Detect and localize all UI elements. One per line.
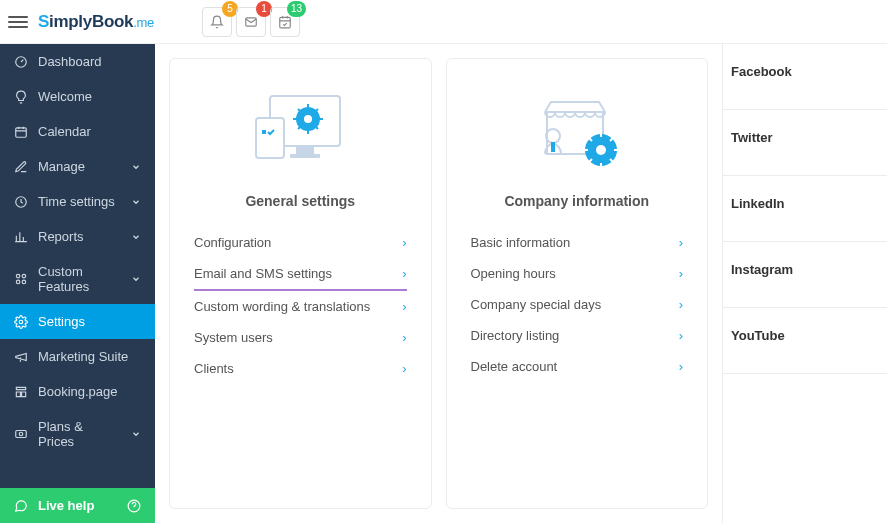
svg-rect-1 [280,17,291,27]
chevron-right-icon: › [679,235,683,250]
svg-point-19 [304,115,312,123]
link-label: Company special days [471,297,602,312]
sidebar-item-plans[interactable]: Plans & Prices [0,409,155,459]
social-linkedin[interactable]: LinkedIn [723,176,887,242]
nav-label: Manage [38,159,85,174]
company-info-illustration [517,79,637,179]
chevron-right-icon: › [679,359,683,374]
sidebar-item-manage[interactable]: Manage [0,149,155,184]
svg-point-8 [22,280,26,284]
chevron-right-icon: › [402,299,406,314]
link-directory-listing[interactable]: Directory listing › [471,320,684,351]
link-delete-account[interactable]: Delete account › [471,351,684,382]
link-clients[interactable]: Clients › [194,353,407,384]
svg-rect-17 [262,130,266,134]
gear-icon [14,315,28,329]
link-email-sms-settings[interactable]: Email and SMS settings › [194,258,407,291]
link-label: Custom wording & translations [194,299,370,314]
sidebar-item-booking-page[interactable]: Booking.page [0,374,155,409]
barchart-icon [14,230,28,244]
nav-label: Dashboard [38,54,102,69]
brand-logo[interactable]: SimplyBook.me [38,12,154,32]
chevron-right-icon: › [402,235,406,250]
dashboard-icon [14,55,28,69]
svg-point-11 [19,432,23,436]
chevron-down-icon [131,274,141,284]
mail-icon [244,15,258,29]
card-general-settings: General settings Configuration › Email a… [169,58,432,509]
sidebar-item-reports[interactable]: Reports [0,219,155,254]
chevron-right-icon: › [402,266,406,281]
link-label: Clients [194,361,234,376]
calendar-check-icon [278,15,292,29]
svg-point-24 [596,145,606,155]
chevron-down-icon [131,162,141,172]
chevron-right-icon: › [679,328,683,343]
nav-label: Booking.page [38,384,118,399]
sidebar-item-welcome[interactable]: Welcome [0,79,155,114]
sidebar-item-calendar[interactable]: Calendar [0,114,155,149]
page-icon [14,385,28,399]
svg-rect-10 [16,431,27,438]
link-label: Configuration [194,235,271,250]
link-company-special-days[interactable]: Company special days › [471,289,684,320]
tasks-button[interactable]: 13 [270,7,300,37]
social-instagram[interactable]: Instagram [723,242,887,308]
social-column: Facebook Twitter LinkedIn Instagram YouT… [722,44,887,523]
social-twitter[interactable]: Twitter [723,110,887,176]
sidebar-item-custom-features[interactable]: Custom Features [0,254,155,304]
nav-label: Time settings [38,194,115,209]
link-system-users[interactable]: System users › [194,322,407,353]
chevron-down-icon [131,429,141,439]
chevron-right-icon: › [402,361,406,376]
sidebar-item-live-help[interactable]: Live help [0,488,155,523]
svg-rect-22 [551,142,555,152]
link-opening-hours[interactable]: Opening hours › [471,258,684,289]
nav-label: Welcome [38,89,92,104]
tasks-badge: 13 [287,1,306,17]
notifications-button[interactable]: 5 [202,7,232,37]
link-basic-information[interactable]: Basic information › [471,227,684,258]
card-company-information: Company information Basic information › … [446,58,709,509]
puzzle-icon [14,272,28,286]
link-label: System users [194,330,273,345]
price-icon [14,427,28,441]
bulb-icon [14,90,28,104]
svg-point-7 [16,280,20,284]
social-facebook[interactable]: Facebook [723,44,887,110]
nav-label: Marketing Suite [38,349,128,364]
sidebar-item-time-settings[interactable]: Time settings [0,184,155,219]
nav-label: Live help [38,498,94,513]
card-title: General settings [245,193,355,209]
nav-label: Custom Features [38,264,121,294]
svg-rect-15 [296,146,314,154]
nav-label: Reports [38,229,84,244]
svg-rect-14 [290,154,320,158]
sidebar-item-marketing[interactable]: Marketing Suite [0,339,155,374]
chevron-right-icon: › [679,297,683,312]
hamburger-menu[interactable] [8,16,28,28]
messages-button[interactable]: 1 [236,7,266,37]
sidebar: Dashboard Welcome Calendar Manage Time s… [0,44,155,523]
help-icon [127,499,141,513]
link-custom-wording[interactable]: Custom wording & translations › [194,291,407,322]
clock-icon [14,195,28,209]
nav-label: Settings [38,314,85,329]
sidebar-item-settings[interactable]: Settings [0,304,155,339]
svg-point-9 [19,320,23,324]
general-settings-illustration [240,79,360,179]
nav-label: Plans & Prices [38,419,121,449]
chat-icon [14,499,28,513]
chevron-right-icon: › [679,266,683,281]
link-configuration[interactable]: Configuration › [194,227,407,258]
svg-point-21 [546,129,560,143]
main-content: General settings Configuration › Email a… [155,44,722,523]
pencil-icon [14,160,28,174]
nav-label: Calendar [38,124,91,139]
link-label: Basic information [471,235,571,250]
calendar-icon [14,125,28,139]
sidebar-item-dashboard[interactable]: Dashboard [0,44,155,79]
social-youtube[interactable]: YouTube [723,308,887,374]
link-label: Delete account [471,359,558,374]
card-title: Company information [504,193,649,209]
